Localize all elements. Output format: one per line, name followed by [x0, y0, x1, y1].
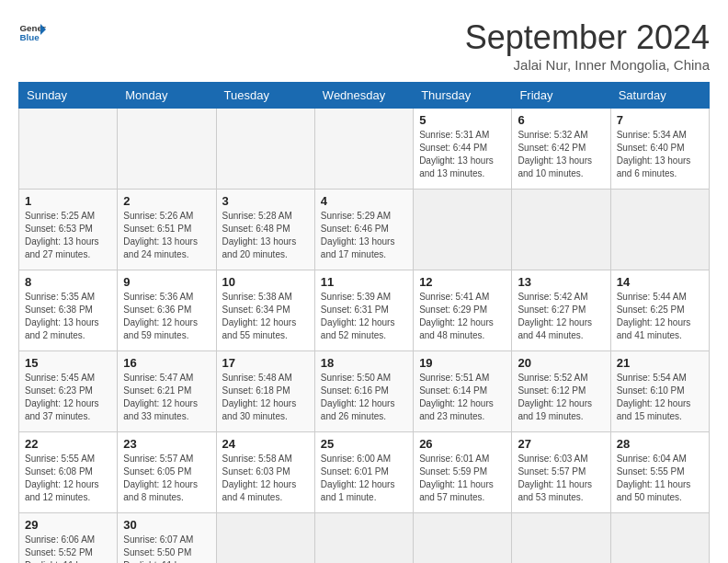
table-row: 5Sunrise: 5:31 AMSunset: 6:44 PMDaylight…	[414, 109, 512, 190]
table-row: 16Sunrise: 5:47 AMSunset: 6:21 PMDayligh…	[118, 351, 216, 432]
day-number: 28	[617, 437, 703, 451]
day-info: Sunrise: 5:34 AMSunset: 6:40 PMDaylight:…	[617, 129, 703, 180]
table-row: 30Sunrise: 6:07 AMSunset: 5:50 PMDayligh…	[118, 513, 216, 564]
day-number: 6	[518, 113, 604, 127]
table-row: 19Sunrise: 5:51 AMSunset: 6:14 PMDayligh…	[414, 351, 512, 432]
day-info: Sunrise: 5:52 AMSunset: 6:12 PMDaylight:…	[518, 372, 604, 423]
day-info: Sunrise: 5:26 AMSunset: 6:51 PMDaylight:…	[123, 210, 210, 261]
day-info: Sunrise: 6:03 AMSunset: 5:57 PMDaylight:…	[518, 453, 604, 504]
day-number: 16	[123, 356, 210, 370]
logo-icon: General Blue	[18, 18, 46, 46]
table-row: 22Sunrise: 5:55 AMSunset: 6:08 PMDayligh…	[19, 432, 118, 513]
day-number: 20	[518, 356, 604, 370]
table-row: 13Sunrise: 5:42 AMSunset: 6:27 PMDayligh…	[512, 270, 610, 351]
day-number: 23	[123, 437, 210, 451]
table-row	[414, 190, 512, 270]
day-info: Sunrise: 5:45 AMSunset: 6:23 PMDaylight:…	[25, 372, 111, 423]
day-number: 14	[617, 275, 703, 289]
col-friday: Friday	[512, 83, 610, 109]
day-number: 18	[321, 356, 407, 370]
table-row	[314, 513, 413, 564]
calendar-table: Sunday Monday Tuesday Wednesday Thursday…	[18, 82, 710, 563]
table-row	[216, 109, 314, 190]
day-info: Sunrise: 5:39 AMSunset: 6:31 PMDaylight:…	[321, 291, 407, 342]
calendar-header-row: Sunday Monday Tuesday Wednesday Thursday…	[19, 83, 710, 109]
title-section: September 2024 Jalai Nur, Inner Mongolia…	[465, 18, 710, 73]
table-row: 23Sunrise: 5:57 AMSunset: 6:05 PMDayligh…	[118, 432, 216, 513]
col-thursday: Thursday	[414, 83, 512, 109]
calendar-week-row: 22Sunrise: 5:55 AMSunset: 6:08 PMDayligh…	[19, 432, 710, 513]
col-sunday: Sunday	[19, 83, 118, 109]
table-row: 27Sunrise: 6:03 AMSunset: 5:57 PMDayligh…	[512, 432, 610, 513]
table-row: 26Sunrise: 6:01 AMSunset: 5:59 PMDayligh…	[414, 432, 512, 513]
table-row: 4Sunrise: 5:29 AMSunset: 6:46 PMDaylight…	[314, 190, 413, 270]
day-number: 30	[123, 518, 210, 532]
day-info: Sunrise: 5:41 AMSunset: 6:29 PMDaylight:…	[419, 291, 506, 342]
day-number: 12	[419, 275, 506, 289]
day-info: Sunrise: 5:44 AMSunset: 6:25 PMDaylight:…	[617, 291, 703, 342]
day-info: Sunrise: 5:28 AMSunset: 6:48 PMDaylight:…	[222, 210, 309, 261]
table-row	[314, 109, 413, 190]
page-header: General Blue September 2024 Jalai Nur, I…	[18, 18, 710, 73]
table-row: 6Sunrise: 5:32 AMSunset: 6:42 PMDaylight…	[512, 109, 610, 190]
calendar-week-row: 1Sunrise: 5:25 AMSunset: 6:53 PMDaylight…	[19, 190, 710, 270]
day-info: Sunrise: 5:48 AMSunset: 6:18 PMDaylight:…	[222, 372, 309, 423]
table-row: 9Sunrise: 5:36 AMSunset: 6:36 PMDaylight…	[118, 270, 216, 351]
table-row: 29Sunrise: 6:06 AMSunset: 5:52 PMDayligh…	[19, 513, 118, 564]
day-number: 4	[321, 194, 407, 208]
calendar-week-row: 29Sunrise: 6:06 AMSunset: 5:52 PMDayligh…	[19, 513, 710, 564]
day-info: Sunrise: 5:35 AMSunset: 6:38 PMDaylight:…	[25, 291, 111, 342]
day-info: Sunrise: 6:04 AMSunset: 5:55 PMDaylight:…	[617, 453, 703, 504]
day-number: 8	[25, 275, 111, 289]
day-number: 5	[419, 113, 506, 127]
day-info: Sunrise: 6:07 AMSunset: 5:50 PMDaylight:…	[123, 534, 210, 563]
day-info: Sunrise: 5:58 AMSunset: 6:03 PMDaylight:…	[222, 453, 309, 504]
table-row: 3Sunrise: 5:28 AMSunset: 6:48 PMDaylight…	[216, 190, 314, 270]
table-row: 11Sunrise: 5:39 AMSunset: 6:31 PMDayligh…	[314, 270, 413, 351]
day-number: 7	[617, 113, 703, 127]
table-row: 14Sunrise: 5:44 AMSunset: 6:25 PMDayligh…	[610, 270, 709, 351]
day-info: Sunrise: 5:36 AMSunset: 6:36 PMDaylight:…	[123, 291, 210, 342]
day-number: 25	[321, 437, 407, 451]
day-number: 17	[222, 356, 309, 370]
day-number: 29	[25, 518, 111, 532]
day-number: 15	[25, 356, 111, 370]
day-info: Sunrise: 5:42 AMSunset: 6:27 PMDaylight:…	[518, 291, 604, 342]
table-row: 15Sunrise: 5:45 AMSunset: 6:23 PMDayligh…	[19, 351, 118, 432]
day-number: 11	[321, 275, 407, 289]
day-info: Sunrise: 5:57 AMSunset: 6:05 PMDaylight:…	[123, 453, 210, 504]
calendar-week-row: 15Sunrise: 5:45 AMSunset: 6:23 PMDayligh…	[19, 351, 710, 432]
day-info: Sunrise: 5:47 AMSunset: 6:21 PMDaylight:…	[123, 372, 210, 423]
table-row	[414, 513, 512, 564]
table-row: 7Sunrise: 5:34 AMSunset: 6:40 PMDaylight…	[610, 109, 709, 190]
month-title: September 2024	[465, 18, 710, 57]
col-wednesday: Wednesday	[314, 83, 413, 109]
table-row: 1Sunrise: 5:25 AMSunset: 6:53 PMDaylight…	[19, 190, 118, 270]
day-number: 19	[419, 356, 506, 370]
location-subtitle: Jalai Nur, Inner Mongolia, China	[465, 57, 710, 73]
table-row: 2Sunrise: 5:26 AMSunset: 6:51 PMDaylight…	[118, 190, 216, 270]
table-row	[216, 513, 314, 564]
day-number: 22	[25, 437, 111, 451]
table-row: 8Sunrise: 5:35 AMSunset: 6:38 PMDaylight…	[19, 270, 118, 351]
day-info: Sunrise: 6:00 AMSunset: 6:01 PMDaylight:…	[321, 453, 407, 504]
day-info: Sunrise: 6:01 AMSunset: 5:59 PMDaylight:…	[419, 453, 506, 504]
day-number: 13	[518, 275, 604, 289]
day-number: 27	[518, 437, 604, 451]
day-number: 2	[123, 194, 210, 208]
table-row	[610, 190, 709, 270]
table-row: 17Sunrise: 5:48 AMSunset: 6:18 PMDayligh…	[216, 351, 314, 432]
day-number: 26	[419, 437, 506, 451]
table-row: 21Sunrise: 5:54 AMSunset: 6:10 PMDayligh…	[610, 351, 709, 432]
day-number: 21	[617, 356, 703, 370]
logo: General Blue	[18, 18, 46, 46]
day-info: Sunrise: 5:29 AMSunset: 6:46 PMDaylight:…	[321, 210, 407, 261]
day-info: Sunrise: 5:38 AMSunset: 6:34 PMDaylight:…	[222, 291, 309, 342]
day-number: 24	[222, 437, 309, 451]
calendar-week-row: 5Sunrise: 5:31 AMSunset: 6:44 PMDaylight…	[19, 109, 710, 190]
table-row	[19, 109, 118, 190]
day-number: 9	[123, 275, 210, 289]
day-info: Sunrise: 5:55 AMSunset: 6:08 PMDaylight:…	[25, 453, 111, 504]
col-monday: Monday	[118, 83, 216, 109]
day-info: Sunrise: 5:25 AMSunset: 6:53 PMDaylight:…	[25, 210, 111, 261]
